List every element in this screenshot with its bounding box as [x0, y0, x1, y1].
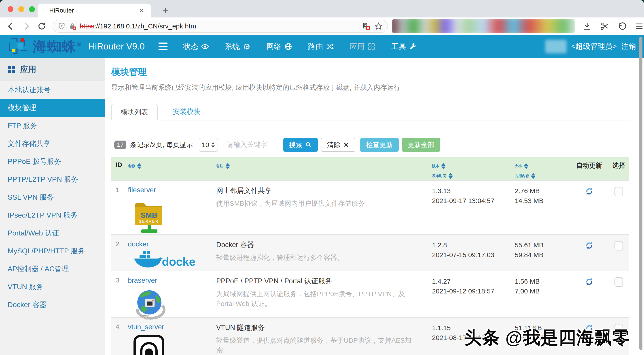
reload-icon[interactable]: [37, 21, 47, 31]
update-all-button[interactable]: 更新全部: [402, 138, 440, 152]
header-release-time-sort[interactable]: 发布时间: [432, 171, 515, 181]
download-icon[interactable]: [582, 21, 592, 31]
sort-icon: [531, 173, 535, 179]
page-scrollbar[interactable]: [639, 37, 642, 350]
new-tab-button[interactable]: [162, 6, 170, 14]
check-updates-button[interactable]: 检查更新: [360, 138, 399, 152]
tab-install-module[interactable]: 安装模块: [164, 103, 210, 120]
sidebar-item-mysql-php-http[interactable]: MySQL/PHP/HTTP 服务: [0, 242, 105, 260]
scissors-icon[interactable]: [600, 21, 609, 31]
grid-icon: [368, 43, 376, 51]
site-info-shield-icon[interactable]: [58, 22, 66, 31]
sidebar-item-file-storage[interactable]: 文件存储共享: [0, 135, 105, 153]
table-toolbar: 17 条记录/2页, 每页显示 10 搜索 清除 检查更新 更新全部: [111, 138, 644, 152]
svg-text:SMB: SMB: [140, 211, 158, 219]
browser-tab-strip: HiRouter: [0, 0, 644, 18]
module-link-fileserver[interactable]: fileserver: [128, 186, 156, 194]
search-button[interactable]: 搜索: [283, 138, 318, 152]
sidebar-item-vtun[interactable]: VTUN 服务: [0, 278, 105, 296]
nav-menu-toggle-icon[interactable]: [158, 43, 168, 50]
browser-tab[interactable]: HiRouter: [38, 4, 151, 18]
menu-status[interactable]: 状态: [183, 42, 209, 52]
module-link-braserver[interactable]: braserver: [128, 276, 157, 284]
header-remark-sort[interactable]: 备注: [216, 161, 432, 171]
sidebar-item-ap-ac[interactable]: AP控制器 / AC管理: [0, 260, 105, 278]
header-memory-sort[interactable]: 占用内存: [515, 171, 570, 181]
app-navbar: 海蜘蛛® HiRouter V9.0 状态 系统 网络 路由 应用: [0, 35, 644, 58]
menu-routing[interactable]: 路由: [308, 42, 334, 52]
tunnel-icon: [133, 335, 216, 355]
sidebar-item-portal-web-auth[interactable]: Portal/Web 认证: [0, 224, 105, 242]
module-link-docker[interactable]: docker: [128, 240, 149, 248]
sort-icon: [137, 163, 141, 169]
brand-logo-text: 海蜘蛛®: [33, 37, 82, 56]
tab-title: HiRouter: [49, 7, 138, 14]
table-header: ID 名称 备注 版本 发布时间 大小 占用内存 自动更新 选择: [111, 157, 629, 180]
header-version-sort[interactable]: 版本: [432, 161, 515, 171]
browser-menu-icon[interactable]: [634, 21, 644, 31]
menu-tools[interactable]: 工具: [391, 42, 417, 52]
svg-text:docker: docker: [162, 255, 196, 268]
sort-icon: [442, 163, 446, 169]
globe-network-icon: [133, 288, 216, 322]
table-row: 1 fileserver SMB SERVER: [111, 180, 629, 234]
sort-icon: [226, 163, 230, 169]
row-checkbox[interactable]: [614, 187, 623, 196]
sidebar-item-ipsec-l2tp-vpn[interactable]: IPsec/L2TP VPN 服务: [0, 206, 105, 224]
search-input[interactable]: [226, 139, 281, 151]
shuffle-icon: [326, 43, 334, 51]
sidebar-item-module-management[interactable]: 模块管理: [0, 99, 105, 117]
module-link-vtun-server[interactable]: vtun_server: [128, 323, 164, 331]
username-blurred: [545, 40, 567, 53]
menu-apps[interactable]: 应用: [350, 42, 376, 52]
auto-update-sync-icon[interactable]: [570, 276, 609, 287]
url-text: https://192.168.0.1/zh_CN/srv_epk.htm: [80, 22, 196, 30]
sidebar-item-pppoe[interactable]: PPPoE 拨号服务: [0, 153, 105, 171]
insecure-lock-icon[interactable]: [68, 22, 77, 31]
address-bar[interactable]: https://192.168.0.1/zh_CN/srv_epk.htm: [52, 20, 388, 33]
page-description: 显示和管理当前系统已经安装的应用模块, 应用模块以特定的压缩格式存放于磁盘, 并…: [111, 83, 644, 92]
bookmark-star-icon[interactable]: [374, 22, 383, 31]
sidebar-item-local-auth[interactable]: 本地认证账号: [0, 81, 105, 99]
logout-link[interactable]: 注销: [621, 42, 636, 52]
menu-system[interactable]: 系统: [225, 42, 251, 52]
brand-logo[interactable]: 海蜘蛛®: [8, 36, 82, 57]
translate-blocked-icon[interactable]: [362, 22, 370, 31]
clear-x-icon: [343, 142, 349, 148]
sidebar: 应用 本地认证账号 模块管理 FTP 服务 文件存储共享 PPPoE 拨号服务 …: [0, 58, 105, 355]
forward-icon[interactable]: [22, 21, 31, 31]
brand-logo-icon: [8, 36, 30, 57]
sidebar-item-pptp-l2tp-vpn[interactable]: PPTP/L2TP VPN 服务: [0, 171, 105, 188]
clear-button[interactable]: 清除: [321, 138, 355, 152]
tab-close-icon[interactable]: [138, 8, 144, 14]
extensions-blurred-strip: [392, 19, 575, 33]
sidebar-item-ftp[interactable]: FTP 服务: [0, 117, 105, 135]
globe-icon: [284, 43, 292, 51]
sidebar-item-ssl-vpn[interactable]: SSL VPN 服务: [0, 188, 105, 206]
svg-text:SERVER: SERVER: [139, 220, 159, 223]
header-size-sort[interactable]: 大小: [515, 161, 570, 171]
tab-module-list[interactable]: 模块列表: [111, 104, 158, 120]
user-role: <超级管理员>: [571, 42, 617, 52]
close-window-button[interactable]: [8, 6, 14, 12]
auto-update-sync-icon[interactable]: [570, 240, 609, 250]
wrench-icon: [409, 43, 417, 51]
back-icon[interactable]: [6, 21, 16, 31]
menu-network[interactable]: 网络: [266, 42, 292, 52]
page-size-select[interactable]: 10: [199, 138, 218, 152]
url-path: ://192.168.0.1/zh_CN/srv_epk.htm: [94, 22, 196, 30]
auto-update-sync-icon[interactable]: [570, 186, 609, 196]
minimize-window-button[interactable]: [18, 6, 24, 12]
row-checkbox[interactable]: [614, 277, 623, 287]
zoom-window-button[interactable]: [29, 6, 35, 12]
page-title: 模块管理: [111, 66, 644, 78]
smb-server-icon: SMB SERVER: [133, 198, 216, 234]
header-name-sort[interactable]: 名称: [128, 161, 216, 171]
sidebar-item-docker[interactable]: Docker 容器: [0, 296, 105, 314]
content-tabs: 模块列表 安装模块: [111, 103, 629, 120]
header-auto-update: 自动更新: [570, 161, 609, 180]
brand-version: HiRouter V9.0: [88, 42, 145, 52]
sort-icon: [524, 163, 528, 169]
undo-history-icon[interactable]: [617, 21, 627, 31]
row-checkbox[interactable]: [614, 241, 623, 250]
